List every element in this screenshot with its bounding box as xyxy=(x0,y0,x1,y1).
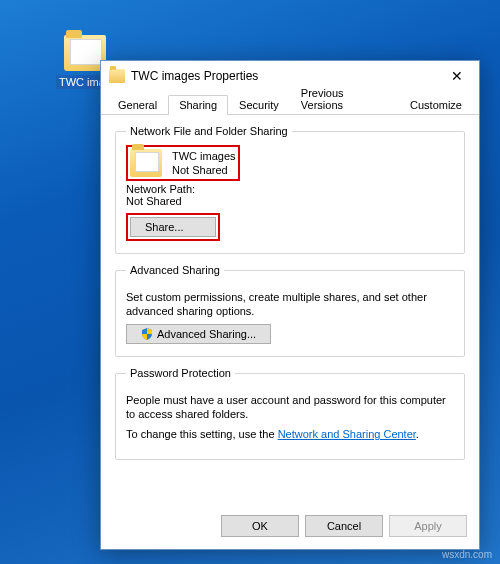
network-path-value: Not Shared xyxy=(126,195,454,207)
close-icon: ✕ xyxy=(451,68,463,84)
sharing-panel: Network File and Folder Sharing TWC imag… xyxy=(101,115,479,507)
advanced-sharing-desc: Set custom permissions, create multiple … xyxy=(126,290,454,318)
folder-icon xyxy=(130,149,162,177)
ok-button[interactable]: OK xyxy=(221,515,299,537)
advanced-sharing-group: Advanced Sharing Set custom permissions,… xyxy=(115,264,465,357)
tab-previous-versions[interactable]: Previous Versions xyxy=(290,83,399,115)
network-sharing-group: Network File and Folder Sharing TWC imag… xyxy=(115,125,465,254)
apply-button[interactable]: Apply xyxy=(389,515,467,537)
network-sharing-center-link[interactable]: Network and Sharing Center xyxy=(278,428,416,440)
shield-icon xyxy=(141,328,153,340)
password-protection-legend: Password Protection xyxy=(126,367,235,379)
password-protection-group: Password Protection People must have a u… xyxy=(115,367,465,460)
highlight-share-button: Share... xyxy=(126,213,220,241)
folder-icon xyxy=(109,69,125,83)
properties-dialog: TWC images Properties ✕ General Sharing … xyxy=(100,60,480,550)
share-folder-name: TWC images xyxy=(172,149,236,163)
window-title: TWC images Properties xyxy=(131,69,434,83)
tabstrip: General Sharing Security Previous Versio… xyxy=(101,91,479,115)
tab-customize[interactable]: Customize xyxy=(399,95,473,115)
highlight-share-info: TWC images Not Shared xyxy=(126,145,240,181)
close-button[interactable]: ✕ xyxy=(434,61,479,91)
cancel-button[interactable]: Cancel xyxy=(305,515,383,537)
advanced-sharing-legend: Advanced Sharing xyxy=(126,264,224,276)
advanced-sharing-button[interactable]: Advanced Sharing... xyxy=(126,324,271,344)
tab-general[interactable]: General xyxy=(107,95,168,115)
network-sharing-legend: Network File and Folder Sharing xyxy=(126,125,292,137)
password-change-line: To change this setting, use the Network … xyxy=(126,427,454,441)
share-state: Not Shared xyxy=(172,163,236,177)
dialog-buttons: OK Cancel Apply xyxy=(101,507,479,549)
share-button[interactable]: Share... xyxy=(130,217,216,237)
tab-sharing[interactable]: Sharing xyxy=(168,95,228,115)
network-path-label: Network Path: xyxy=(126,183,454,195)
tab-security[interactable]: Security xyxy=(228,95,290,115)
watermark: wsxdn.com xyxy=(442,549,492,560)
share-text: TWC images Not Shared xyxy=(172,149,236,177)
password-protection-desc: People must have a user account and pass… xyxy=(126,393,454,421)
